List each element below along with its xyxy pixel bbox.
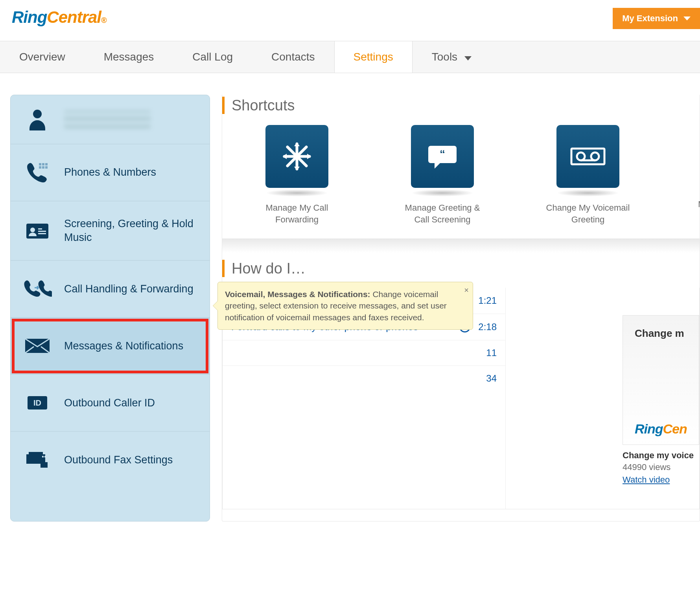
shortcut-manage-forwarding[interactable]: Manage My Call Forwarding [262,125,332,225]
nav-call-log[interactable]: Call Log [173,41,252,73]
fax-icon [22,447,53,472]
speech-icon: “ [411,125,474,188]
call-forward-icon [22,276,53,301]
svg-rect-11 [38,233,46,234]
shortcuts-title: Shortcuts [232,97,295,114]
svg-rect-1 [39,163,41,165]
logo-reg-mark: ® [101,16,107,25]
logo-central: Cen [663,421,687,437]
svg-rect-19 [44,456,46,457]
nav-messages[interactable]: Messages [85,41,173,73]
tooltip-arrow-icon [213,301,218,310]
svg-rect-2 [42,163,44,165]
tile-shadow [411,189,474,196]
id-card-icon [22,218,53,243]
video-logo: RingCen [635,421,699,437]
howdo-item-time: 1:21 [478,295,497,306]
howdo-item-time: 2:18 [478,321,497,332]
video-meta: Change my voice 44990 views Watch video [623,450,699,485]
svg-rect-18 [42,456,44,457]
svg-rect-3 [45,163,48,165]
logo-central: Central [47,8,101,27]
howdo-partial-time: 34 [223,366,505,391]
logo-ring: Ring [635,421,663,437]
nav-settings[interactable]: Settings [334,41,413,73]
logo-ring: Ring [12,8,47,27]
svg-rect-10 [38,231,46,232]
howdo-partial-time: 11 [223,340,505,366]
nav-label: Settings [354,51,393,63]
snowflake-icon [265,125,328,188]
tooltip: × Voicemail, Messages & Notifications: C… [217,282,473,330]
shortcut-label: Manage Greeting & Call Screening [397,202,488,225]
sidebar-item-label: Phones & Numbers [64,165,156,179]
nav-label: Call Log [192,51,233,63]
sidebar-item-screening[interactable]: Screening, Greeting & Hold Music [11,201,210,261]
svg-rect-6 [45,166,48,169]
shortcut-change-voicemail[interactable]: Change My Voicemail Greeting [553,125,623,225]
svg-text:ID: ID [33,399,41,407]
svg-rect-5 [42,166,44,169]
svg-point-8 [30,228,35,232]
sidebar-item-phones[interactable]: Phones & Numbers [11,144,210,201]
accent-bar [222,97,225,114]
logo[interactable]: RingCentral® [12,8,107,27]
profile-name-blurred [64,110,151,129]
video-panel: Change m RingCen Change my voice 44990 v… [623,315,699,485]
svg-rect-4 [39,166,41,169]
nav-label: Contacts [271,51,315,63]
chevron-down-icon [464,56,472,61]
sidebar-item-label: Outbound Caller ID [64,396,155,410]
id-icon: ID [22,390,53,415]
nav-overview[interactable]: Overview [0,41,85,73]
chevron-down-icon [683,17,691,20]
svg-point-27 [591,152,599,160]
header: RingCentral® My Extension [0,0,700,41]
shortcut-label: Manage My Call Forwarding [252,202,342,225]
svg-text:“: “ [440,148,445,160]
shortcut-partial-label: M [698,199,700,209]
svg-point-26 [577,152,585,160]
tile-shadow [265,189,328,196]
my-extension-label: My Extension [622,13,678,24]
sidebar-item-label: Screening, Greeting & Hold Music [64,217,199,244]
tape-icon [556,125,619,188]
svg-rect-9 [38,228,42,230]
sidebar-item-outbound-fax[interactable]: Outbound Fax Settings [11,432,210,488]
sidebar-item-outbound-caller-id[interactable]: ID Outbound Caller ID [11,375,210,432]
tile-shadow [556,189,619,196]
sidebar: Phones & Numbers Screening, Greeting & H… [10,95,210,522]
person-icon [22,107,53,132]
shortcut-label: Change My Voicemail Greeting [543,202,633,225]
accent-bar [222,260,225,277]
sidebar-item-label: Call Handling & Forwarding [64,282,193,296]
sidebar-item-profile[interactable] [11,95,210,144]
watch-video-link[interactable]: Watch video [623,475,699,485]
close-icon[interactable]: × [464,285,469,296]
nav-contacts[interactable]: Contacts [252,41,334,73]
nav-label: Tools [432,51,457,63]
envelope-icon [22,333,53,358]
nav-tools[interactable]: Tools [413,41,491,73]
nav-label: Messages [104,51,154,63]
svg-point-0 [33,110,42,118]
sidebar-item-messages[interactable]: Messages & Notifications [11,318,210,375]
top-nav: Overview Messages Call Log Contacts Sett… [0,41,700,73]
section-divider [222,239,700,253]
sidebar-item-call-handling[interactable]: Call Handling & Forwarding [11,261,210,318]
shortcuts-heading: Shortcuts [222,95,700,125]
shortcut-manage-greeting[interactable]: “ Manage Greeting & Call Screening [407,125,478,225]
video-views: 44990 views [623,462,699,472]
nav-label: Overview [19,51,65,63]
svg-rect-16 [29,452,43,456]
svg-rect-17 [41,462,48,468]
howdo-title: How do I… [232,260,306,277]
my-extension-button[interactable]: My Extension [613,8,700,29]
video-thumb[interactable]: Change m RingCen [623,315,699,445]
sidebar-item-label: Messages & Notifications [64,339,183,353]
phone-icon [22,160,53,185]
sidebar-item-label: Outbound Fax Settings [64,453,173,467]
video-title: Change m [635,327,699,340]
tooltip-title: Voicemail, Messages & Notifications: [225,290,370,299]
video-meta-title: Change my voice [623,450,699,461]
